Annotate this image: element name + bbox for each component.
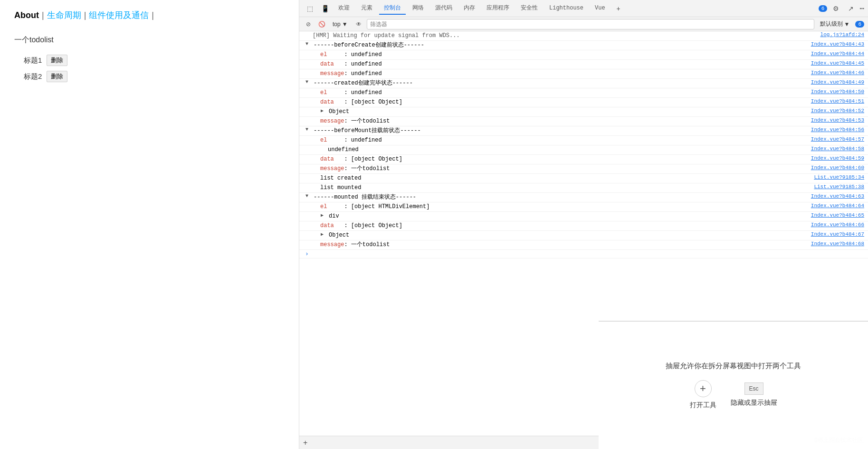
nav-component[interactable]: 组件使用及通信 [89,10,149,21]
console-source[interactable]: log.js?1afd:24 [806,32,868,38]
tab-lighthouse[interactable]: Lighthouse [544,3,588,14]
nav-lifecycle[interactable]: 生命周期 [47,10,81,21]
console-source[interactable]: List.vue?9185:34 [806,174,868,180]
console-source[interactable]: Index.vue?b484:44 [806,51,868,57]
console-text: Object [327,231,806,239]
console-text: ------mounted 挂载结束状态------ [312,193,806,201]
open-tool-label: 打开工具 [690,401,716,410]
console-line: undefined Index.vue?b484:58 [299,145,868,155]
ban-btn[interactable]: 🚫 [316,19,327,29]
console-text: data : [object Object] [318,98,806,106]
console-line: message: undefined Index.vue?b484:46 [299,69,868,79]
tab-console[interactable]: 控制台 [379,2,406,15]
collapsed-icon[interactable]: ▶ [318,212,326,218]
list-item: 标题2 删除 [24,71,285,82]
console-text: el : undefined [318,89,806,97]
console-source[interactable]: Index.vue?b484:53 [806,117,868,123]
console-line: data : undefined Index.vue?b484:45 [299,60,868,69]
console-source[interactable]: Index.vue?b484:43 [806,41,868,47]
console-source[interactable]: List.vue?9185:38 [806,184,868,190]
context-dropdown[interactable]: top ▼ [330,20,351,29]
console-line: ▶ Object Index.vue?b484:52 [299,107,868,117]
console-line: ▼ ------beforeCreate创建前状态------ Index.vu… [299,41,868,50]
clear-console-btn[interactable]: ⊘ [303,19,314,29]
console-source[interactable]: Index.vue?b484:51 [806,98,868,104]
drawer-overlay: 抽屉允许你在拆分屏幕视图中打开两个工具 + 打开工具 Esc 隐藏或显示抽屉 [599,321,868,449]
console-line: el : undefined Index.vue?b484:44 [299,50,868,60]
console-source[interactable]: Index.vue?b484:50 [806,89,868,95]
console-source[interactable]: Index.vue?b484:65 [806,212,868,218]
collapsed-icon[interactable]: ▶ [318,231,326,237]
nav-sep1: | [42,10,44,20]
console-line: [HMR] Waiting for update signal from WDS… [299,31,868,41]
console-line: ▼ ------beforeMount挂载前状态------ Index.vue… [299,126,868,136]
console-text: undefined [326,146,806,154]
nav-sep3: | [152,10,154,20]
expand-icon[interactable]: ▼ [303,41,311,47]
console-line: message: 一个todolist Index.vue?b484:68 [299,240,868,250]
console-line: message: 一个todolist Index.vue?b484:53 [299,117,868,126]
console-text: el : undefined [318,51,806,59]
tab-application[interactable]: 应用程序 [482,2,514,15]
level-dropdown[interactable]: 默认级别 ▼ [817,19,853,29]
more-btn[interactable]: ⋯ [859,4,864,13]
console-source[interactable]: Index.vue?b484:45 [806,60,868,66]
nav-about[interactable]: About [14,10,39,20]
console-source[interactable]: Index.vue?b484:60 [806,165,868,171]
tab-network[interactable]: 网络 [408,2,429,15]
drawer-title: 抽屉允许你在拆分屏幕视图中打开两个工具 [666,362,801,371]
console-line: data : [object Object] Index.vue?b484:51 [299,98,868,107]
add-tab-btn[interactable]: + [612,2,625,15]
share-btn[interactable]: ↗ [844,2,858,15]
expand-icon[interactable]: ▼ [303,127,311,132]
console-source[interactable]: Index.vue?b484:59 [806,155,868,161]
console-source[interactable]: Index.vue?b484:66 [806,222,868,228]
nav-sep2: | [84,10,86,20]
console-text: data : undefined [318,60,806,68]
esc-label: Esc [749,385,758,392]
tab-elements[interactable]: 元素 [356,2,377,15]
console-source[interactable]: Index.vue?b484:68 [806,241,868,247]
filter-input[interactable] [367,19,814,29]
console-line: el : undefined Index.vue?b484:50 [299,88,868,98]
console-source[interactable]: Index.vue?b484:46 [806,70,868,76]
console-line: list mounted List.vue?9185:38 [299,183,868,193]
console-text: [HMR] Waiting for update signal from WDS… [311,32,806,40]
tab-security[interactable]: 安全性 [516,2,543,15]
expand-icon[interactable]: ▼ [303,193,311,199]
tab-source[interactable]: 源代码 [430,2,457,15]
add-console-btn[interactable]: + [303,439,307,447]
eye-btn[interactable]: 👁 [353,19,364,29]
console-source[interactable]: Index.vue?b484:52 [806,108,868,114]
console-source[interactable]: Index.vue?b484:57 [806,136,868,142]
esc-btn[interactable]: Esc [744,382,763,395]
console-line: message: 一个todolist Index.vue?b484:60 [299,164,868,174]
tab-welcome[interactable]: 欢迎 [334,2,354,15]
console-source[interactable]: Index.vue?b484:63 [806,193,868,199]
console-source[interactable]: Index.vue?b484:64 [806,203,868,209]
console-text: data : [object Object] [318,155,806,163]
delete-button-1[interactable]: 删除 [47,55,67,66]
console-text: list mounted [318,184,806,192]
nav-links: About | 生命周期 | 组件使用及通信 | [14,10,285,21]
tab-vue[interactable]: Vue [590,3,610,14]
console-source[interactable]: Index.vue?b484:56 [806,127,868,133]
level-arrow-icon: ▼ [844,21,850,28]
devtools-top-bar: ⬚ 📱 欢迎 元素 控制台 网络 源代码 内存 应用程序 安全性 Lightho… [299,0,868,17]
delete-button-2[interactable]: 删除 [47,71,67,82]
drawer-actions: + 打开工具 Esc 隐藏或显示抽屉 [690,380,777,410]
console-source[interactable]: Index.vue?b484:58 [806,146,868,152]
console-source[interactable]: Index.vue?b484:67 [806,231,868,237]
gear-btn[interactable]: ⚙ [829,2,842,15]
tab-memory[interactable]: 内存 [459,2,480,15]
console-source[interactable]: Index.vue?b484:49 [806,79,868,85]
console-line: data : [object Object] Index.vue?b484:59 [299,155,868,164]
phone-icon-btn[interactable]: 📱 [318,2,332,15]
open-tool-btn[interactable]: + [695,380,712,397]
cursor-icon-btn[interactable]: ⬚ [303,2,316,15]
level-label: 默认级别 [820,20,843,28]
console-text: list created [318,174,806,182]
drawer-hide-item: Esc 隐藏或显示抽屉 [731,382,777,407]
collapsed-icon[interactable]: ▶ [318,108,326,114]
expand-icon[interactable]: ▼ [303,79,311,85]
